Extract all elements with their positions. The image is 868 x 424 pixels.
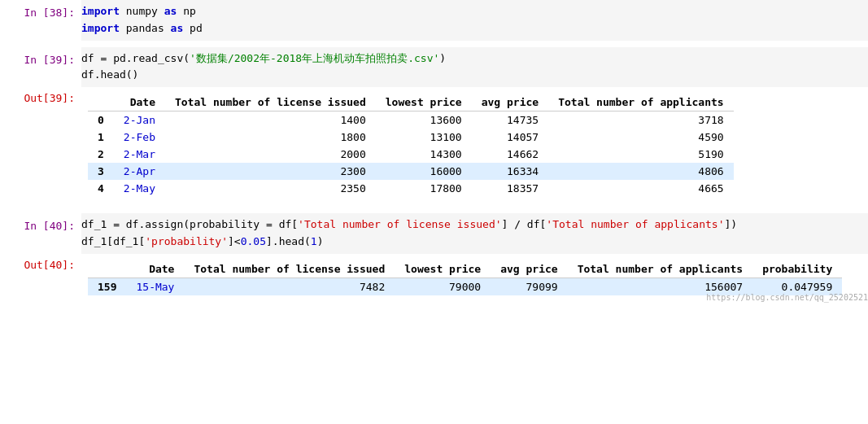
keyword: as bbox=[164, 5, 177, 17]
row-total-applicants: 4590 bbox=[548, 129, 734, 146]
row-total-license: 2350 bbox=[165, 180, 376, 197]
col-header-lowest-price: lowest price bbox=[376, 94, 472, 111]
cell-39: In [39]: df = pd.read_csv('数据集/2002年-201… bbox=[0, 47, 868, 88]
row-lowest-price: 14300 bbox=[376, 146, 472, 163]
string-literal: 'Total number of applicants' bbox=[546, 218, 724, 230]
code-text: df_1[df_1[ bbox=[81, 235, 145, 247]
keyword: import bbox=[81, 22, 120, 34]
row-date: 2-May bbox=[114, 180, 165, 197]
row-date: 2-Apr bbox=[114, 163, 165, 180]
row-index: 4 bbox=[88, 180, 114, 197]
col-header-avg-price: avg price bbox=[491, 260, 567, 278]
row-index: 0 bbox=[88, 111, 114, 129]
notebook: In [38]: import numpy as np import panda… bbox=[0, 0, 868, 424]
output-40: Out[40]: Date Total number of license is… bbox=[0, 254, 868, 302]
row-total-license: 1800 bbox=[165, 129, 376, 146]
cell-38-prompt: In [38]: bbox=[0, 0, 81, 24]
code-text: np bbox=[183, 5, 196, 17]
row-index: 1 bbox=[88, 129, 114, 146]
row-total-applicants: 5190 bbox=[548, 146, 734, 163]
code-text: df = pd.read_csv( bbox=[81, 52, 190, 64]
code-text: df_1 = df.assign(probability = df[ bbox=[81, 218, 298, 230]
row-avg-price: 14057 bbox=[472, 129, 548, 146]
row-lowest-price: 16000 bbox=[376, 163, 472, 180]
row-total-license: 2300 bbox=[165, 163, 376, 180]
row-date: 15-May bbox=[126, 278, 184, 295]
code-text: pandas bbox=[126, 22, 171, 34]
row-total-license: 2000 bbox=[165, 146, 376, 163]
code-line: df_1[df_1['probability']<0.05].head(1) bbox=[81, 234, 868, 251]
code-text: ) bbox=[317, 235, 324, 247]
keyword: import bbox=[81, 5, 120, 17]
code-text: ) bbox=[439, 52, 446, 64]
row-total-license: 7482 bbox=[184, 278, 395, 295]
table-row: 1 2-Feb 1800 13100 14057 4590 bbox=[88, 129, 734, 146]
table-row: 0 2-Jan 1400 13600 14735 3718 bbox=[88, 111, 734, 129]
table-row: 2 2-Mar 2000 14300 14662 5190 bbox=[88, 146, 734, 163]
watermark: https://blog.csdn.net/qq_25202521 bbox=[706, 293, 868, 302]
row-lowest-price: 13100 bbox=[376, 129, 472, 146]
number-literal: 1 bbox=[311, 235, 317, 247]
row-lowest-price: 13600 bbox=[376, 111, 472, 129]
row-avg-price: 79099 bbox=[491, 278, 567, 295]
row-avg-price: 14735 bbox=[472, 111, 548, 129]
col-header-lowest-price: lowest price bbox=[395, 260, 491, 278]
cell-38-content: import numpy as np import pandas as pd bbox=[81, 0, 868, 41]
row-avg-price: 18357 bbox=[472, 180, 548, 197]
dataframe-table-40: Date Total number of license issued lowe… bbox=[88, 260, 842, 295]
row-total-applicants: 4806 bbox=[548, 163, 734, 180]
col-header-date: Date bbox=[114, 94, 165, 111]
string-literal: '数据集/2002年-2018年上海机动车拍照拍卖.csv' bbox=[190, 52, 439, 64]
row-date: 2-Feb bbox=[114, 129, 165, 146]
code-line: import pandas as pd bbox=[81, 20, 868, 37]
number-literal: 0.05 bbox=[241, 235, 266, 247]
cell-40-content: df_1 = df.assign(probability = df['Total… bbox=[81, 213, 868, 254]
cell-40-prompt: In [40]: bbox=[0, 213, 81, 237]
code-line: import numpy as np bbox=[81, 3, 868, 20]
col-header-total-license: Total number of license issued bbox=[184, 260, 395, 278]
output-39-prompt: Out[39]: bbox=[0, 87, 81, 107]
row-total-license: 1400 bbox=[165, 111, 376, 129]
keyword: as bbox=[171, 22, 184, 34]
code-text: numpy bbox=[126, 5, 164, 17]
row-avg-price: 14662 bbox=[472, 146, 548, 163]
code-text: pd bbox=[190, 22, 203, 34]
output-39: Out[39]: Date Total number of license is… bbox=[0, 87, 868, 203]
col-header-avg-price: avg price bbox=[472, 94, 548, 111]
dataframe-table-39: Date Total number of license issued lowe… bbox=[88, 94, 734, 197]
col-header-probability: probability bbox=[752, 260, 842, 278]
row-total-applicants: 3718 bbox=[548, 111, 734, 129]
row-lowest-price: 79000 bbox=[395, 278, 491, 295]
output-39-content: Date Total number of license issued lowe… bbox=[81, 87, 868, 203]
col-header-total-applicants: Total number of applicants bbox=[568, 260, 753, 278]
col-header-index bbox=[88, 94, 114, 111]
string-literal: 'Total number of license issued' bbox=[298, 218, 501, 230]
output-40-prompt: Out[40]: bbox=[0, 254, 81, 274]
row-total-applicants: 4665 bbox=[548, 180, 734, 197]
code-line: df_1 = df.assign(probability = df['Total… bbox=[81, 216, 868, 234]
row-index: 2 bbox=[88, 146, 114, 163]
cell-39-content: df = pd.read_csv('数据集/2002年-2018年上海机动车拍照… bbox=[81, 47, 868, 88]
code-text: ]< bbox=[228, 235, 241, 247]
output-40-content: Date Total number of license issued lowe… bbox=[81, 254, 868, 302]
cell-38: In [38]: import numpy as np import panda… bbox=[0, 0, 868, 41]
col-header-total-license: Total number of license issued bbox=[165, 94, 376, 111]
col-header-total-applicants: Total number of applicants bbox=[548, 94, 734, 111]
code-text: ] / df[ bbox=[502, 218, 547, 230]
col-header-index bbox=[88, 260, 126, 278]
row-avg-price: 16334 bbox=[472, 163, 548, 180]
cell-40: In [40]: df_1 = df.assign(probability = … bbox=[0, 213, 868, 254]
table-row: 3 2-Apr 2300 16000 16334 4806 bbox=[88, 163, 734, 180]
col-header-date: Date bbox=[126, 260, 184, 278]
row-lowest-price: 17800 bbox=[376, 180, 472, 197]
code-text: df.head() bbox=[81, 68, 138, 81]
row-index: 3 bbox=[88, 163, 114, 180]
code-text: ].head( bbox=[266, 235, 311, 247]
table-row: 4 2-May 2350 17800 18357 4665 bbox=[88, 180, 734, 197]
row-date: 2-Mar bbox=[114, 146, 165, 163]
string-literal: 'probability' bbox=[145, 235, 228, 247]
row-date: 2-Jan bbox=[114, 111, 165, 129]
code-text: ]) bbox=[725, 218, 738, 230]
cell-39-prompt: In [39]: bbox=[0, 47, 81, 71]
code-line: df = pd.read_csv('数据集/2002年-2018年上海机动车拍照… bbox=[81, 50, 868, 68]
